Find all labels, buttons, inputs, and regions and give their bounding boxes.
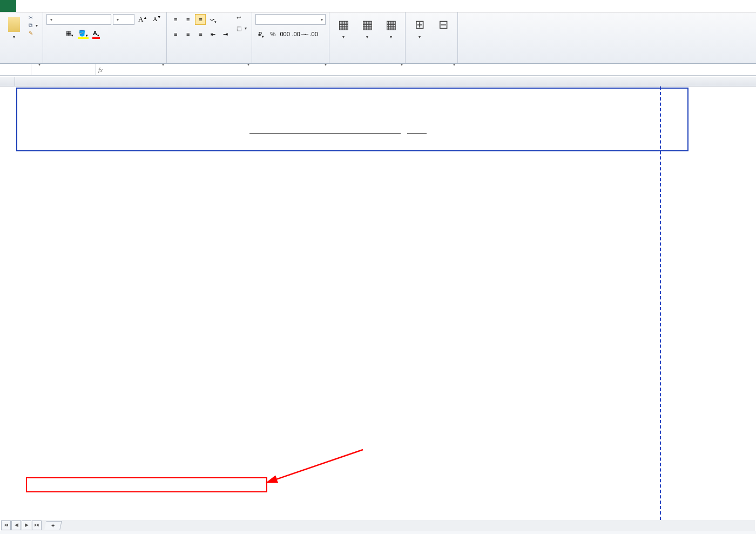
name-box[interactable] xyxy=(0,64,31,75)
year-row xyxy=(17,124,687,134)
scissors-icon xyxy=(29,15,33,21)
dec-decimal-button[interactable]: ←.00 xyxy=(303,29,314,39)
copy-icon xyxy=(29,22,32,29)
group-styles: ▦▾ ▦▾ ▦▾ xyxy=(329,12,406,63)
fx-icon[interactable]: fx xyxy=(98,66,103,73)
wrap-text-button[interactable] xyxy=(235,14,248,21)
copy-button[interactable]: ▾ xyxy=(27,22,39,29)
inc-decimal-button[interactable]: .00→ xyxy=(291,29,302,39)
fill-color-button[interactable]: 🪣▾ xyxy=(76,29,90,39)
group-label xyxy=(46,61,163,62)
title-row-1 xyxy=(17,89,687,102)
brush-icon xyxy=(29,30,33,36)
sheet-nav-last[interactable]: ⏭ xyxy=(32,520,42,530)
number-format-combo[interactable]: ▾ xyxy=(255,14,326,25)
align-middle-button[interactable]: ≡ xyxy=(183,14,193,25)
column-headers[interactable] xyxy=(15,77,756,86)
wrap-icon xyxy=(237,15,241,21)
cond-format-button[interactable]: ▦▾ xyxy=(333,14,354,41)
insert-icon: ⊞ xyxy=(411,15,428,35)
paste-icon xyxy=(5,15,23,35)
group-label xyxy=(3,61,39,62)
menu-bar xyxy=(0,0,756,12)
align-center-button[interactable]: ≡ xyxy=(183,29,193,39)
group-clipboard: ▾ ▾ xyxy=(0,12,43,63)
bold-button[interactable] xyxy=(46,29,51,39)
comma-button[interactable]: 000 xyxy=(279,29,290,39)
file-tab[interactable] xyxy=(0,0,16,12)
group-label xyxy=(333,61,402,62)
sheet-nav-first[interactable]: ⏮ xyxy=(1,520,11,530)
group-alignment: ≡ ≡ ≡ ⤻▾ ≡ ≡ ≡ ⇤ ⇥ ▾ xyxy=(167,12,252,63)
orientation-button[interactable]: ⤻▾ xyxy=(207,14,218,25)
sheet-nav-next[interactable]: ▶ xyxy=(22,520,31,530)
currency-button[interactable]: ₽▾ xyxy=(255,29,266,39)
new-sheet-button[interactable]: ✦ xyxy=(44,521,62,530)
underline-button[interactable] xyxy=(56,29,60,39)
select-all-corner[interactable] xyxy=(0,77,15,86)
font-size-combo[interactable]: ▾ xyxy=(113,14,134,25)
sheet-tab-bar: ⏮ ◀ ▶ ⏭ ✦ xyxy=(1,520,755,531)
align-left-button[interactable]: ≡ xyxy=(170,29,181,39)
italic-button[interactable] xyxy=(51,29,56,39)
title-row-3 xyxy=(17,113,687,124)
delete-cells-button[interactable]: ⊟ xyxy=(433,14,454,36)
group-number: ▾ ₽▾ % 000 .00→ ←.00 xyxy=(252,12,329,63)
table-icon: ▦ xyxy=(359,15,376,35)
merge-center-button[interactable]: ▾ xyxy=(235,25,248,32)
formula-bar: fx xyxy=(0,64,756,76)
group-label xyxy=(255,61,326,62)
align-right-button[interactable]: ≡ xyxy=(195,29,206,39)
merge-icon xyxy=(237,25,241,31)
group-label xyxy=(170,61,248,62)
cell-styles-icon: ▦ xyxy=(382,15,400,35)
period-row xyxy=(17,134,687,144)
align-bottom-button[interactable]: ≡ xyxy=(195,14,206,25)
print-area xyxy=(16,88,688,151)
font-family-combo[interactable]: ▾ xyxy=(46,14,111,25)
page-break-line xyxy=(660,86,661,520)
status-bar xyxy=(0,531,756,534)
percent-button[interactable]: % xyxy=(267,29,278,39)
grow-font-button[interactable]: A▲ xyxy=(136,14,149,25)
cut-button[interactable] xyxy=(27,14,39,21)
cond-format-icon: ▦ xyxy=(335,15,352,35)
group-label xyxy=(409,61,454,62)
indent-inc-button[interactable]: ⇥ xyxy=(220,29,231,39)
title-row-2 xyxy=(17,102,687,113)
ribbon: ▾ ▾ ▾ ▾ A▲ A▼ ▦▾ 🪣▾ xyxy=(0,12,756,64)
paste-button[interactable]: ▾ xyxy=(3,14,25,41)
insert-cells-button[interactable]: ⊞▾ xyxy=(409,14,430,41)
font-color-button[interactable]: A▾ xyxy=(91,29,102,39)
worksheet[interactable] xyxy=(0,77,756,520)
cell-styles-button[interactable]: ▦▾ xyxy=(380,14,402,41)
group-font: ▾ ▾ A▲ A▼ ▦▾ 🪣▾ A▾ xyxy=(43,12,167,63)
indent-dec-button[interactable]: ⇤ xyxy=(207,29,218,39)
sheet-nav-prev[interactable]: ◀ xyxy=(11,520,21,530)
shrink-font-button[interactable]: A▼ xyxy=(151,14,163,25)
group-cells: ⊞▾ ⊟ xyxy=(406,12,458,63)
format-table-button[interactable]: ▦▾ xyxy=(356,14,378,41)
delete-icon: ⊟ xyxy=(435,15,452,35)
borders-button[interactable]: ▦▾ xyxy=(64,29,76,39)
format-painter-button[interactable] xyxy=(27,30,39,37)
align-top-button[interactable]: ≡ xyxy=(170,14,181,25)
